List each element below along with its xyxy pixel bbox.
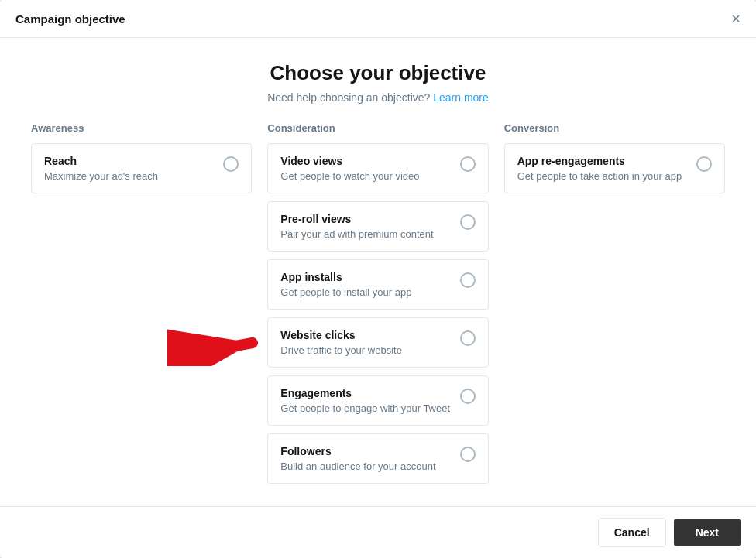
website-clicks-desc: Drive traffic to your website bbox=[280, 344, 452, 356]
engagements-desc: Get people to engage with your Tweet bbox=[280, 402, 452, 414]
reach-desc: Maximize your ad's reach bbox=[44, 170, 215, 182]
next-button[interactable]: Next bbox=[674, 519, 741, 546]
columns-container: Awareness Reach Maximize your ad's reach… bbox=[31, 122, 725, 491]
video-views-title: Video views bbox=[280, 155, 452, 167]
svg-line-1 bbox=[167, 343, 253, 358]
learn-more-link[interactable]: Learn more bbox=[433, 91, 489, 104]
video-views-radio[interactable] bbox=[460, 156, 476, 172]
close-button[interactable]: × bbox=[731, 11, 741, 26]
option-reach[interactable]: Reach Maximize your ad's reach bbox=[31, 143, 252, 193]
followers-title: Followers bbox=[280, 445, 452, 457]
option-pre-roll-views[interactable]: Pre-roll views Pair your ad with premium… bbox=[267, 201, 488, 252]
engagements-radio[interactable] bbox=[460, 389, 476, 404]
cancel-button[interactable]: Cancel bbox=[598, 518, 666, 547]
conversion-label: Conversion bbox=[504, 122, 725, 134]
awareness-column: Awareness Reach Maximize your ad's reach bbox=[31, 122, 252, 201]
app-installs-desc: Get people to install your app bbox=[280, 286, 452, 298]
followers-desc: Build an audience for your account bbox=[280, 460, 452, 472]
option-followers[interactable]: Followers Build an audience for your acc… bbox=[267, 433, 488, 484]
pointer-arrow bbox=[167, 320, 268, 366]
campaign-objective-modal: Campaign objective × Choose your objecti… bbox=[0, 0, 756, 558]
app-installs-title: App installs bbox=[280, 271, 452, 283]
followers-radio[interactable] bbox=[460, 447, 476, 462]
page-heading: Choose your objective Need help choosing… bbox=[31, 61, 725, 104]
option-website-clicks[interactable]: Website clicks Drive traffic to your web… bbox=[267, 317, 488, 368]
app-reengagements-title: App re-engagements bbox=[517, 155, 689, 167]
engagements-title: Engagements bbox=[280, 387, 452, 399]
consideration-column: Consideration Video views Get people to … bbox=[267, 122, 488, 491]
video-views-desc: Get people to watch your video bbox=[280, 170, 452, 182]
page-title: Choose your objective bbox=[31, 61, 725, 85]
awareness-label: Awareness bbox=[31, 122, 252, 134]
option-video-views[interactable]: Video views Get people to watch your vid… bbox=[267, 143, 488, 193]
pre-roll-title: Pre-roll views bbox=[280, 213, 452, 225]
reach-radio[interactable] bbox=[223, 156, 239, 172]
reach-title: Reach bbox=[44, 155, 215, 167]
page-subheading: Need help choosing an objective? Learn m… bbox=[31, 91, 725, 104]
option-app-reengagements[interactable]: App re-engagements Get people to take ac… bbox=[504, 143, 725, 193]
website-clicks-radio[interactable] bbox=[460, 330, 476, 346]
pre-roll-desc: Pair your ad with premium content bbox=[280, 228, 452, 240]
modal-header: Campaign objective × bbox=[0, 0, 756, 38]
website-clicks-title: Website clicks bbox=[280, 329, 452, 341]
conversion-column: Conversion App re-engagements Get people… bbox=[504, 122, 725, 201]
app-reengagements-radio[interactable] bbox=[696, 156, 712, 172]
consideration-label: Consideration bbox=[267, 122, 488, 134]
app-installs-radio[interactable] bbox=[460, 272, 476, 288]
pre-roll-radio[interactable] bbox=[460, 214, 476, 230]
modal-footer: Cancel Next bbox=[0, 506, 756, 558]
option-engagements[interactable]: Engagements Get people to engage with yo… bbox=[267, 375, 488, 426]
modal-body: Choose your objective Need help choosing… bbox=[0, 38, 756, 506]
option-app-installs[interactable]: App installs Get people to install your … bbox=[267, 259, 488, 310]
modal-title: Campaign objective bbox=[15, 12, 125, 26]
app-reengagements-desc: Get people to take action in your app bbox=[517, 170, 689, 182]
